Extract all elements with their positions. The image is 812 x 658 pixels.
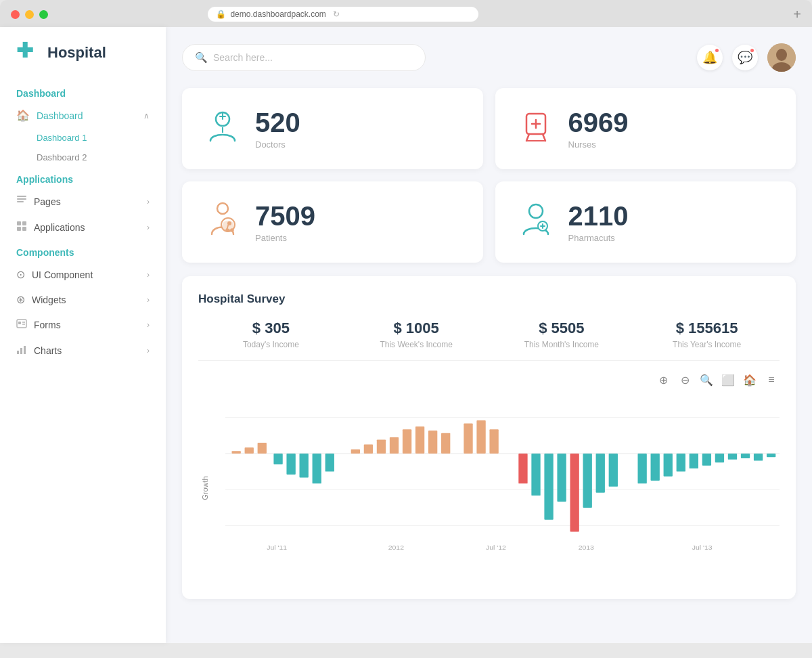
chevron-right-forms-icon: ›	[147, 320, 150, 330]
search-box[interactable]: 🔍 Search here...	[182, 44, 426, 71]
svg-rect-62	[609, 454, 618, 487]
svg-rect-8	[18, 322, 21, 324]
svg-rect-46	[377, 439, 386, 453]
svg-rect-59	[570, 454, 579, 532]
patients-icon	[204, 200, 242, 244]
stat-card-doctors: 520 Doctors	[182, 88, 483, 169]
svg-rect-72	[754, 454, 763, 461]
svg-rect-6	[22, 227, 26, 231]
search-placeholder: Search here...	[213, 52, 273, 63]
sidebar-item-charts[interactable]: Charts ›	[0, 338, 166, 364]
svg-point-15	[776, 49, 787, 61]
svg-point-20	[217, 203, 228, 214]
sidebar-item-forms[interactable]: Forms ›	[0, 312, 166, 338]
svg-text:Jul '13: Jul '13	[692, 544, 713, 551]
stat-info-pharmacuts: 2110 Pharmacuts	[568, 201, 629, 243]
chevron-right-apps-icon: ›	[147, 223, 150, 232]
survey-title: Hospital Survey	[198, 292, 780, 306]
address-bar[interactable]: 🔒 demo.dashboardpack.com ↻	[208, 7, 478, 22]
stat-card-pharmacuts: 2110 Pharmacuts	[495, 181, 796, 263]
chart-menu-button[interactable]: ≡	[763, 372, 780, 388]
today-income-label: Today's Income	[198, 340, 344, 349]
url-text: demo.dashboardpack.com	[230, 9, 325, 19]
chart-home-button[interactable]: 🏠	[742, 372, 758, 388]
sidebar: ✚ Hospital Dashboard 🏠 Dashboard ∧ Dashb…	[0, 27, 166, 643]
chevron-right-charts-icon: ›	[147, 346, 150, 355]
survey-section: Hospital Survey $ 305 Today's Income $ 1…	[182, 276, 796, 599]
pharmacuts-icon	[517, 200, 555, 244]
stat-info-doctors: 520 Doctors	[255, 108, 300, 150]
svg-rect-61	[596, 454, 605, 493]
chart-search-button[interactable]: 🔍	[698, 372, 715, 388]
month-income-label: This Month's Income	[489, 340, 635, 349]
sidebar-item-widgets-label: Widgets	[32, 294, 66, 305]
chart-y-axis-label: Growth	[201, 476, 209, 500]
svg-rect-64	[651, 454, 660, 481]
patients-value: 7509	[255, 201, 315, 232]
home-icon: 🏠	[16, 109, 30, 122]
sidebar-item-applications[interactable]: Applications ›	[0, 215, 166, 240]
income-item-today: $ 305 Today's Income	[198, 320, 344, 349]
sidebar-item-ui-label: UI Component	[32, 269, 93, 280]
svg-rect-49	[415, 426, 424, 454]
year-income-label: This Year's Income	[634, 340, 780, 349]
income-item-week: $ 1005 This Week's Income	[344, 320, 489, 349]
svg-rect-54	[489, 429, 498, 454]
svg-rect-42	[313, 454, 321, 483]
maximize-button[interactable]	[39, 10, 48, 19]
message-button[interactable]: 💬	[732, 45, 758, 70]
sidebar-subitem-dashboard2[interactable]: Dashboard 2	[0, 148, 166, 167]
sidebar-section-components: Components	[0, 240, 166, 262]
browser-controls: 🔒 demo.dashboardpack.com ↻ +	[11, 7, 801, 27]
notification-bell-button[interactable]: 🔔	[697, 45, 723, 70]
doctors-icon	[204, 107, 242, 150]
top-icons: 🔔 💬	[697, 43, 796, 72]
user-avatar[interactable]	[767, 43, 796, 72]
sidebar-item-forms-label: Forms	[34, 320, 61, 330]
svg-text:Jul '11: Jul '11	[267, 544, 287, 551]
chart-svg: 20% 0% -20% -40% -60%	[225, 393, 780, 556]
sidebar-item-pages[interactable]: Pages ›	[0, 189, 166, 215]
income-item-month: $ 5505 This Month's Income	[489, 320, 635, 349]
svg-rect-0	[17, 196, 26, 197]
svg-rect-38	[258, 443, 267, 454]
minimize-button[interactable]	[25, 10, 34, 19]
income-item-year: $ 155615 This Year's Income	[634, 320, 780, 349]
lock-icon: 🔒	[216, 9, 226, 19]
svg-rect-50	[428, 431, 437, 454]
svg-rect-12	[20, 348, 22, 354]
nurses-icon	[517, 107, 555, 150]
chart-zoom-out-button[interactable]: ⊖	[677, 372, 693, 388]
doctors-value: 520	[255, 108, 300, 138]
app-window: ✚ Hospital Dashboard 🏠 Dashboard ∧ Dashb…	[0, 27, 812, 643]
top-bar: 🔍 Search here... 🔔 💬	[182, 43, 796, 72]
reload-icon[interactable]: ↻	[333, 9, 340, 19]
close-button[interactable]	[11, 10, 20, 19]
week-income-value: $ 1005	[344, 320, 489, 337]
sidebar-item-dashboard[interactable]: 🏠 Dashboard ∧	[0, 103, 166, 128]
svg-rect-66	[677, 454, 685, 472]
sidebar-item-ui-component[interactable]: ⊙ UI Component ›	[0, 262, 166, 287]
sidebar-item-applications-label: Applications	[34, 222, 85, 233]
today-income-value: $ 305	[198, 320, 344, 337]
stats-grid: 520 Doctors 6969 Nurses	[182, 88, 796, 263]
add-tab-button[interactable]: +	[793, 7, 801, 21]
hospital-logo-icon: ✚	[16, 41, 41, 65]
week-income-label: This Week's Income	[344, 340, 489, 349]
svg-rect-60	[583, 454, 592, 508]
svg-rect-52	[464, 423, 472, 453]
sidebar-item-pages-label: Pages	[34, 196, 61, 207]
sidebar-subitem-dashboard1[interactable]: Dashboard 1	[0, 128, 166, 148]
svg-rect-51	[441, 433, 450, 454]
notification-badge	[714, 47, 720, 53]
chart-zoom-in-button[interactable]: ⊕	[655, 372, 671, 388]
logo-text: Hospital	[47, 44, 106, 62]
chart-download-button[interactable]: ⬜	[720, 372, 736, 388]
sidebar-item-widgets[interactable]: ⊛ Widgets ›	[0, 287, 166, 312]
year-income-value: $ 155615	[634, 320, 780, 337]
stat-info-patients: 7509 Patients	[255, 201, 315, 243]
logo-area: ✚ Hospital	[0, 41, 166, 81]
nurses-label: Nurses	[568, 139, 629, 150]
ui-component-icon: ⊙	[16, 268, 25, 281]
svg-rect-55	[518, 454, 527, 483]
